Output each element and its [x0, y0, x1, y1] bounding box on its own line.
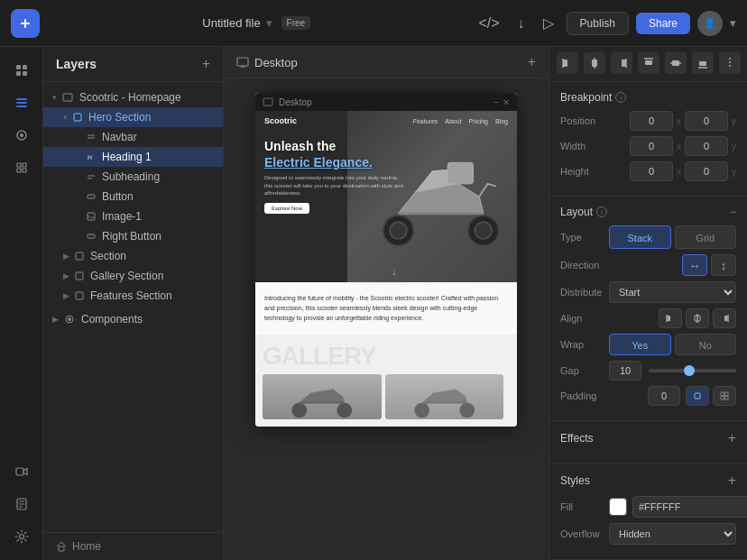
layer-item-scootric[interactable]: ▾ Scootric - Homepage [43, 87, 223, 107]
frame-close[interactable]: ✕ [503, 97, 510, 107]
add-layer-button[interactable]: + [202, 56, 210, 72]
grid-button[interactable]: Grid [675, 225, 737, 249]
fill-hex-input[interactable] [632, 496, 747, 518]
frame-minimize[interactable]: − [493, 97, 499, 107]
layer-item-navbar[interactable]: Navbar [43, 127, 223, 147]
layer-item-hero[interactable]: ▾ Hero Section [43, 107, 223, 127]
icon-bar [0, 47, 43, 560]
align-end-btn[interactable] [713, 308, 736, 328]
hero-content: Unleash the Electric Elegance. Designed … [264, 138, 409, 214]
assets-icon-btn[interactable] [7, 153, 36, 182]
topbar-actions: </> ↓ ▷ Publish Share 👤 ▾ [473, 11, 736, 36]
svg-rect-3 [16, 71, 21, 76]
canvas-content[interactable]: Desktop − ✕ [224, 78, 549, 560]
home-link[interactable]: Home [56, 540, 210, 553]
direction-row: Direction ↔ ↕ [560, 254, 736, 276]
align-middle-icon[interactable] [665, 52, 687, 74]
add-effect-button[interactable]: + [728, 430, 736, 446]
svg-rect-6 [16, 102, 27, 104]
hero-cta[interactable]: Explore Now [264, 203, 309, 214]
hero-heading: Unleash the Electric Elegance. [264, 138, 409, 170]
gap-slider[interactable] [649, 369, 736, 372]
svg-rect-16 [63, 94, 72, 101]
position-x-input[interactable] [630, 111, 673, 131]
layers-title: Layers [56, 57, 97, 71]
preview-button[interactable]: ▷ [538, 11, 559, 35]
gap-slider-thumb[interactable] [684, 365, 695, 376]
layer-item-features[interactable]: ▶ Features Section [43, 286, 223, 306]
layers-tree: ▾ Scootric - Homepage ▾ Hero Section Nav… [43, 82, 223, 532]
overflow-select[interactable]: Hidden Visible Scroll Auto [609, 523, 736, 545]
layer-item-gallery[interactable]: ▶ Gallery Section [43, 266, 223, 286]
height-y-input[interactable] [685, 161, 728, 181]
stack-button[interactable]: Stack [609, 225, 671, 249]
styles-header: Styles + [560, 473, 736, 489]
wrap-no-button[interactable]: No [675, 334, 737, 355]
padding-all-btn[interactable] [686, 386, 709, 406]
position-y-input[interactable] [685, 111, 728, 131]
width-y-input[interactable] [685, 136, 728, 156]
breakpoint-section: Breakpoint i Position x y Width x [549, 82, 747, 197]
styles-section: Styles + Fill ✕ Overflow Hidden Visible … [549, 464, 747, 560]
padding-input[interactable] [648, 386, 680, 406]
direction-vertical[interactable]: ↕ [711, 254, 736, 276]
layer-item-components[interactable]: ▶ Components [43, 309, 223, 329]
home-icon-btn[interactable] [7, 56, 36, 85]
viewport-selector[interactable]: Desktop [236, 56, 298, 69]
hero-subtext: Designed to seamlessly integrate into yo… [264, 174, 409, 197]
download-button[interactable]: ↓ [512, 12, 530, 35]
svg-rect-17 [74, 114, 81, 121]
width-x-input[interactable] [630, 136, 673, 156]
add-style-button[interactable]: + [728, 473, 736, 489]
layers-icon-btn[interactable] [7, 88, 36, 117]
wrap-yes-button[interactable]: Yes [609, 334, 671, 355]
file-title[interactable]: Untitled file ▾ [202, 16, 272, 30]
share-button[interactable]: Share [636, 13, 690, 34]
svg-rect-32 [237, 58, 248, 66]
gap-input[interactable] [609, 361, 641, 381]
padding-individual-btn[interactable] [713, 386, 736, 406]
video-icon-btn[interactable] [7, 457, 36, 486]
pages-icon-btn[interactable] [7, 490, 36, 519]
layer-item-subheading[interactable]: Subheading [43, 167, 223, 187]
app-logo[interactable] [11, 9, 40, 38]
svg-rect-24 [88, 213, 95, 220]
layer-item-image1[interactable]: Image-1 [43, 207, 223, 226]
fill-color-swatch[interactable] [609, 498, 627, 516]
type-label: Type [560, 232, 609, 243]
svg-rect-65 [724, 316, 727, 321]
settings-icon-btn[interactable] [7, 522, 36, 551]
svg-rect-23 [88, 195, 95, 198]
align-start-btn[interactable] [659, 308, 682, 328]
layer-item-section[interactable]: ▶ Section [43, 246, 223, 266]
frame-header: Desktop − ✕ [255, 93, 517, 111]
publish-button[interactable]: Publish [567, 12, 629, 35]
svg-rect-53 [645, 60, 652, 65]
distribute-select[interactable]: Start Center End Space Between [609, 281, 736, 303]
code-button[interactable]: </> [473, 12, 504, 35]
layer-item-heading1[interactable]: H Heading 1 [43, 147, 223, 167]
breakpoint-info[interactable]: i [615, 92, 626, 103]
height-x-input[interactable] [630, 161, 673, 181]
account-chevron[interactable]: ▾ [730, 16, 736, 30]
align-distribute-icon[interactable] [719, 52, 741, 74]
direction-horizontal[interactable]: ↔ [682, 254, 707, 276]
align-bottom-icon[interactable] [692, 52, 714, 74]
layout-info[interactable]: i [596, 207, 607, 217]
hero-section: Scootric Features About Pricing Blog Unl… [255, 111, 517, 282]
layer-item-rightbtn[interactable]: Right Button [43, 226, 223, 246]
layer-item-button[interactable]: Button [43, 187, 223, 207]
align-center-btn[interactable] [686, 308, 709, 328]
align-left-icon[interactable] [557, 52, 578, 74]
svg-rect-31 [59, 546, 64, 551]
align-top-icon[interactable] [638, 52, 659, 74]
avatar[interactable]: 👤 [697, 11, 723, 36]
components-icon-btn[interactable] [7, 121, 36, 150]
align-center-h-icon[interactable] [584, 52, 605, 74]
layout-collapse[interactable]: − [730, 206, 736, 218]
padding-label: Padding [560, 390, 609, 401]
align-right-icon[interactable] [611, 52, 632, 74]
wrap-toggle: Yes No [609, 334, 736, 355]
add-canvas-button[interactable]: + [528, 54, 536, 70]
wrap-row: Wrap Yes No [560, 334, 736, 355]
